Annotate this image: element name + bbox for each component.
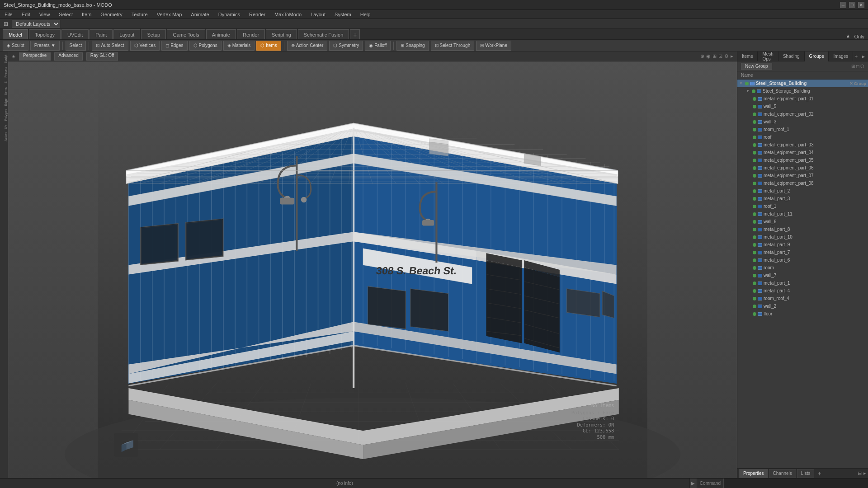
tree-item-29[interactable]: floor <box>737 310 868 318</box>
left-panel-polygon[interactable]: Polygon <box>0 108 8 122</box>
action-center-button[interactable]: ⊕ Action Center <box>287 41 328 51</box>
tree-item-23[interactable]: room <box>737 264 868 272</box>
maximize-button[interactable]: □ <box>849 2 855 8</box>
select-through-button[interactable]: ⊡ Select Through <box>431 41 475 51</box>
tree-item-27[interactable]: room_roof_4 <box>737 295 868 302</box>
tab-scripting[interactable]: Scripting <box>266 29 297 39</box>
tree-item-8[interactable]: metal_eqipment_part_04 <box>737 149 868 156</box>
left-panel-presets[interactable]: Presets <box>0 66 8 79</box>
rp-tab-images[interactable]: Images <box>829 52 853 61</box>
menu-texture[interactable]: Texture <box>130 12 150 17</box>
rp-tab-shading[interactable]: Shading <box>778 52 805 61</box>
rp-tab-mesh-ops[interactable]: Mesh Ops <box>758 52 778 61</box>
tab-game-tools[interactable]: Game Tools <box>167 29 205 39</box>
viewport-scene[interactable]: 308 S. Beach St. <box>8 61 737 478</box>
work-plane-button[interactable]: ⊟ WorkPlane <box>476 41 511 51</box>
left-panel-sculpt[interactable]: Sculpt <box>0 53 8 65</box>
advanced-button[interactable]: Advanced <box>54 52 82 61</box>
raygl-button[interactable]: Ray GL: Off <box>86 52 118 61</box>
tab-topology[interactable]: Topology <box>29 29 61 39</box>
tree-item-21[interactable]: metal_part_7 <box>737 249 868 256</box>
snapping-button[interactable]: ⊞ Snapping <box>396 41 429 51</box>
tree-item-13[interactable]: metal_part_2 <box>737 187 868 195</box>
left-panel-action[interactable]: Action <box>0 131 8 142</box>
left-panel-s[interactable]: S <box>0 80 8 85</box>
auto-select-button[interactable]: ⊡ Auto Select <box>92 41 128 51</box>
tree-item-22[interactable]: metal_part_6 <box>737 256 868 264</box>
tree-item-5[interactable]: room_roof_1 <box>737 126 868 133</box>
tab-schematic-fusion[interactable]: Schematic Fusion <box>298 29 349 39</box>
rp-bottom-add[interactable]: + <box>815 469 823 478</box>
perspective-button[interactable]: Perspective <box>19 52 51 61</box>
tree-item-17[interactable]: wall_6 <box>737 218 868 225</box>
menu-layout[interactable]: Layout <box>309 12 327 17</box>
rp-bottom-icon-2[interactable]: ▸ <box>863 470 866 476</box>
close-button[interactable]: ✕ <box>858 2 864 8</box>
tree-item-10[interactable]: metal_eqipment_part_06 <box>737 164 868 172</box>
tree-item-19[interactable]: metal_part_10 <box>737 233 868 241</box>
tab-setup[interactable]: Setup <box>141 29 166 39</box>
tree-item-6[interactable]: roof <box>737 133 868 141</box>
viewport-toggle[interactable]: ◈ <box>12 54 15 59</box>
materials-button[interactable]: ◈ Materials <box>223 41 255 51</box>
minimize-button[interactable]: ─ <box>840 2 846 8</box>
tab-model[interactable]: Model <box>3 29 28 39</box>
menu-select[interactable]: Select <box>57 12 75 17</box>
tree-item-24[interactable]: wall_7 <box>737 272 868 279</box>
sculpt-button[interactable]: ◈ Sculpt <box>3 41 28 51</box>
tree-item-9[interactable]: metal_eqipment_part_05 <box>737 156 868 164</box>
left-panel-items[interactable]: Items <box>0 86 8 96</box>
tree-item-12[interactable]: metal_eqipment_part_08 <box>737 179 868 187</box>
left-panel-uv[interactable]: UV <box>0 123 8 131</box>
vp-icon-2[interactable]: ◉ <box>706 53 711 59</box>
command-input[interactable] <box>723 479 868 488</box>
command-arrow[interactable]: ▶ <box>690 479 697 488</box>
vp-icon-1[interactable]: ⊕ <box>700 53 704 59</box>
tree-item-3[interactable]: metal_eqipment_part_02 <box>737 110 868 118</box>
tree-item-18[interactable]: metal_part_8 <box>737 225 868 233</box>
menu-file[interactable]: File <box>3 12 14 17</box>
tab-uvedit[interactable]: UVEdit <box>61 29 89 39</box>
presets-button[interactable]: Presets ▼ <box>30 41 60 51</box>
vp-icon-3[interactable]: ⊞ <box>712 53 717 59</box>
menu-item[interactable]: Item <box>80 12 93 17</box>
rp-more-icon[interactable]: ▸ <box>861 53 866 60</box>
menu-dynamics[interactable]: Dynamics <box>217 12 242 17</box>
vertices-button[interactable]: ⬡ Vertices <box>130 41 160 51</box>
symmetry-button[interactable]: ⬡ Symmetry <box>329 41 363 51</box>
tree-item-0[interactable]: ▼ Steel_Storage_Building <box>737 87 868 95</box>
falloff-button[interactable]: ◉ Falloff <box>365 41 391 51</box>
tree-item-14[interactable]: metal_part_3 <box>737 195 868 202</box>
rp-bottom-channels[interactable]: Channels <box>769 469 796 478</box>
rp-bottom-properties[interactable]: Properties <box>739 469 768 478</box>
tab-layout[interactable]: Layout <box>113 29 140 39</box>
tree-item-4[interactable]: wall_3 <box>737 118 868 126</box>
vp-icon-6[interactable]: ▸ <box>731 53 733 59</box>
tree-item-15[interactable]: roof_1 <box>737 202 868 210</box>
tab-animate[interactable]: Animate <box>206 29 236 39</box>
menu-geometry[interactable]: Geometry <box>99 12 124 17</box>
groups-icon-1[interactable]: ⊞ <box>851 64 855 69</box>
tab-paint[interactable]: Paint <box>90 29 113 39</box>
rp-tab-items[interactable]: Items <box>737 52 758 61</box>
select-button[interactable]: Select <box>66 41 86 51</box>
layout-select[interactable]: Default Layouts <box>12 20 60 28</box>
scene-tree[interactable]: ▼ Steel_Storage_Building ✕ Group ▼ Steel… <box>737 80 868 468</box>
menu-view[interactable]: View <box>38 12 52 17</box>
tree-item-26[interactable]: metal_part_4 <box>737 287 868 295</box>
menu-edit[interactable]: Edit <box>20 12 32 17</box>
menu-maxtomodo[interactable]: MaxToModo <box>273 12 303 17</box>
menu-system[interactable]: System <box>333 12 353 17</box>
vp-icon-5[interactable]: ⚙ <box>724 53 729 59</box>
add-tab-button[interactable]: + <box>350 29 360 39</box>
menu-vertex-map[interactable]: Vertex Map <box>155 12 184 17</box>
items-button[interactable]: ⬡ Items <box>256 41 281 51</box>
tree-item-1[interactable]: metal_eqipment_part_01 <box>737 95 868 103</box>
viewport[interactable]: ◈ Perspective Advanced Ray GL: Off ⊕ ◉ ⊞… <box>8 52 737 478</box>
rp-tab-groups[interactable]: Groups <box>805 52 829 61</box>
menu-render[interactable]: Render <box>247 12 267 17</box>
rp-bottom-icon-1[interactable]: ⊟ <box>858 470 862 476</box>
tree-item-28[interactable]: wall_2 <box>737 302 868 310</box>
tree-item-7[interactable]: metal_eqipment_part_03 <box>737 141 868 149</box>
new-group-button[interactable]: New Group <box>741 63 772 70</box>
